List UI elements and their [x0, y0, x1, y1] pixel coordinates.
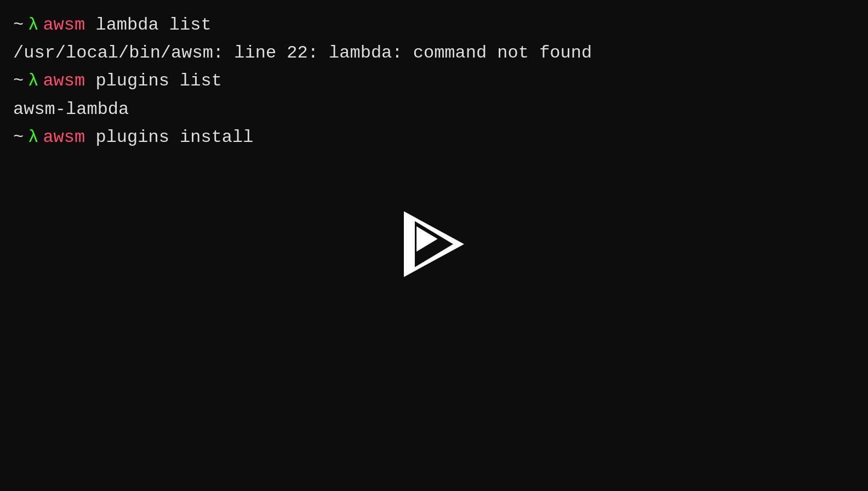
- play-icon[interactable]: [404, 212, 464, 277]
- prompt-lambda-1: λ: [28, 11, 38, 39]
- cmd-awsm-2: awsm: [43, 67, 85, 95]
- cmd-rest-1: lambda list: [85, 11, 211, 39]
- terminal-line-2: ~ λ awsm plugins list: [13, 67, 855, 95]
- cmd-rest-2: plugins list: [85, 67, 222, 95]
- play-button-container[interactable]: [404, 212, 464, 280]
- terminal-window: ~ λ awsm lambda list /usr/local/bin/awsm…: [0, 0, 868, 491]
- cmd-awsm-1: awsm: [43, 11, 85, 39]
- prompt-tilde-3: ~: [13, 123, 24, 151]
- prompt-tilde-2: ~: [13, 67, 24, 95]
- cmd-rest-3: plugins install: [85, 123, 253, 151]
- terminal-line-1: ~ λ awsm lambda list: [13, 11, 855, 39]
- terminal-line-3: ~ λ awsm plugins install: [13, 123, 855, 151]
- cmd-awsm-3: awsm: [43, 123, 85, 151]
- terminal-output-1: /usr/local/bin/awsm: line 22: lambda: co…: [13, 39, 855, 67]
- prompt-lambda-3: λ: [28, 123, 38, 151]
- prompt-lambda-2: λ: [28, 67, 38, 95]
- prompt-tilde-1: ~: [13, 11, 24, 39]
- terminal-output-2: awsm-lambda: [13, 95, 855, 123]
